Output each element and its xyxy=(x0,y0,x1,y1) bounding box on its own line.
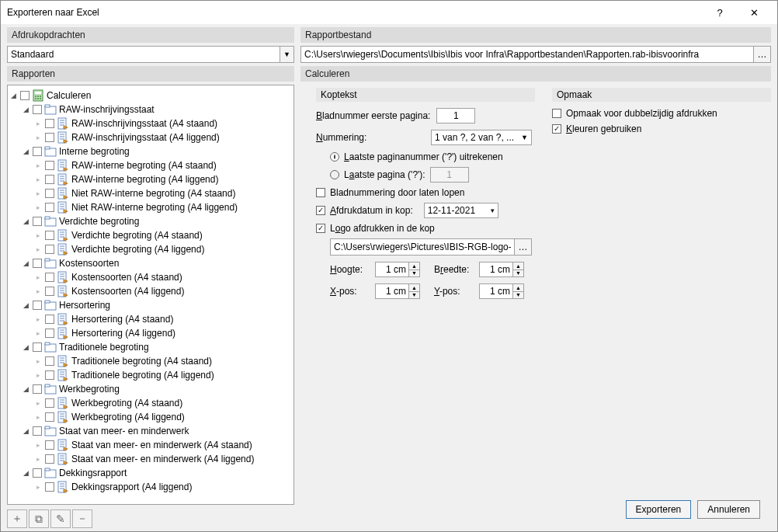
tree-leaf-icon[interactable]: ▸ xyxy=(34,455,43,464)
breedte-spinner[interactable]: ▲▼ xyxy=(479,262,524,277)
tree-item-label[interactable]: Hersortering (A4 liggend) xyxy=(71,328,175,339)
tree-item-label[interactable]: Niet RAW-interne begroting (A4 staand) xyxy=(71,188,235,199)
tree-leaf-icon[interactable]: ▸ xyxy=(34,162,43,170)
remove-button[interactable]: － xyxy=(72,509,92,528)
tree-leaf-icon[interactable]: ▸ xyxy=(34,483,43,492)
tree-item-label[interactable]: RAW-inschrijvingsstaat (A4 staand) xyxy=(71,118,217,129)
tree-checkbox[interactable] xyxy=(33,259,42,268)
tree-checkbox[interactable] xyxy=(45,133,54,142)
tree-checkbox[interactable] xyxy=(33,147,42,156)
tree-item-label[interactable]: RAW-inschrijvingsstaat (A4 liggend) xyxy=(71,132,220,143)
cb-doorlopen[interactable] xyxy=(316,188,325,197)
tree-group-label[interactable]: Verdichte begroting xyxy=(59,216,139,227)
tree-checkbox[interactable] xyxy=(45,231,54,240)
tree-twist-icon[interactable]: ◢ xyxy=(22,469,30,478)
tree-leaf-icon[interactable]: ▸ xyxy=(34,134,43,142)
tree-checkbox[interactable] xyxy=(33,217,42,226)
tree-checkbox[interactable] xyxy=(45,370,54,380)
tree-checkbox[interactable] xyxy=(33,301,42,310)
afdrukopdracht-dropdown-icon[interactable]: ▼ xyxy=(280,46,294,63)
tree-checkbox[interactable] xyxy=(45,440,54,450)
bladnummer-input[interactable] xyxy=(436,108,475,123)
tree-checkbox[interactable] xyxy=(45,175,54,184)
tree-item-label[interactable]: Verdichte begroting (A4 liggend) xyxy=(71,244,204,255)
xpos-spinner[interactable]: ▲▼ xyxy=(375,283,420,299)
tree-checkbox[interactable] xyxy=(33,105,42,114)
tree-item-label[interactable]: RAW-interne begroting (A4 staand) xyxy=(71,160,217,171)
tree-checkbox[interactable] xyxy=(33,384,42,394)
tree-checkbox[interactable] xyxy=(20,91,30,100)
tree-checkbox[interactable] xyxy=(45,189,54,198)
tree-leaf-icon[interactable]: ▸ xyxy=(34,273,43,282)
tree-twist-icon[interactable]: ◢ xyxy=(22,106,30,114)
tree-leaf-icon[interactable]: ▸ xyxy=(34,329,43,338)
tree-leaf-icon[interactable]: ▸ xyxy=(34,190,43,198)
tree-checkbox[interactable] xyxy=(45,398,54,408)
afdrukdatum-picker[interactable]: 12-11-2021▾ xyxy=(424,203,498,218)
copy-button[interactable]: ⧉ xyxy=(29,509,49,528)
tree-checkbox[interactable] xyxy=(33,426,42,436)
tree-item-label[interactable]: Kostensoorten (A4 liggend) xyxy=(71,286,184,297)
tree-checkbox[interactable] xyxy=(33,342,42,352)
tree-twist-icon[interactable]: ◢ xyxy=(22,343,30,352)
tree-group-label[interactable]: Werkbegroting xyxy=(59,384,120,395)
tree-item-label[interactable]: Traditionele begroting (A4 staand) xyxy=(71,356,212,367)
tree-leaf-icon[interactable]: ▸ xyxy=(34,413,43,422)
tree-twist-icon[interactable]: ◢ xyxy=(22,148,30,156)
tree-item-label[interactable]: Werkbegroting (A4 staand) xyxy=(71,398,182,409)
radio-calc-last[interactable] xyxy=(330,152,339,162)
tree-leaf-icon[interactable]: ▸ xyxy=(34,245,43,254)
tree-checkbox[interactable] xyxy=(45,161,54,170)
cb-kleuren[interactable] xyxy=(552,124,561,134)
rapportbestand-path[interactable] xyxy=(300,46,754,63)
tree-group-label[interactable]: Dekkingsrapport xyxy=(59,468,127,478)
tree-group-label[interactable]: Kostensoorten xyxy=(59,258,119,269)
tree-checkbox[interactable] xyxy=(45,412,54,422)
export-button[interactable]: Exporteren xyxy=(626,500,692,519)
nummering-select[interactable]: 1 van ?, 2 van ?, ...▼ xyxy=(431,130,532,145)
tree-leaf-icon[interactable]: ▸ xyxy=(34,371,43,380)
tree-leaf-icon[interactable]: ▸ xyxy=(34,176,43,184)
afdrukopdracht-select[interactable] xyxy=(7,46,280,63)
tree-twist-icon[interactable]: ◢ xyxy=(22,427,30,436)
tree-checkbox[interactable] xyxy=(45,287,54,296)
close-button[interactable]: ✕ xyxy=(737,1,771,24)
tree-group-label[interactable]: RAW-inschrijvingsstaat xyxy=(59,104,155,115)
tree-checkbox[interactable] xyxy=(45,119,54,128)
tree-twist-icon[interactable]: ◢ xyxy=(22,301,30,310)
cb-logo[interactable] xyxy=(316,224,325,233)
tree-leaf-icon[interactable]: ▸ xyxy=(34,315,43,324)
cb-afdrukdatum[interactable] xyxy=(316,206,325,215)
cancel-button[interactable]: Annuleren xyxy=(697,500,760,519)
tree-item-label[interactable]: Niet RAW-interne begroting (A4 liggend) xyxy=(71,202,238,213)
tree-leaf-icon[interactable]: ▸ xyxy=(34,203,43,212)
tree-checkbox[interactable] xyxy=(45,245,54,254)
tree-checkbox[interactable] xyxy=(45,203,54,212)
cb-dubbelzijdig[interactable] xyxy=(552,109,561,118)
tree-group-label[interactable]: Hersortering xyxy=(59,300,110,311)
tree-group-label[interactable]: Staat van meer- en minderwerk xyxy=(59,426,189,436)
tree-twist-icon[interactable]: ◢ xyxy=(22,259,30,268)
radio-fixed-last[interactable] xyxy=(330,170,339,179)
tree-item-label[interactable]: Dekkingsrapport (A4 liggend) xyxy=(71,482,192,492)
tree-checkbox[interactable] xyxy=(33,468,42,478)
tree-item-label[interactable]: RAW-interne begroting (A4 liggend) xyxy=(71,174,218,185)
tree-item-label[interactable]: Staat van meer- en minderwerk (A4 staand… xyxy=(71,440,252,450)
tree-item-label[interactable]: Verdichte begroting (A4 staand) xyxy=(71,230,203,241)
tree-item-label[interactable]: Hersortering (A4 staand) xyxy=(71,314,173,325)
tree-leaf-icon[interactable]: ▸ xyxy=(34,357,43,366)
tree-checkbox[interactable] xyxy=(45,482,54,492)
tree-item-label[interactable]: Staat van meer- en minderwerk (A4 liggen… xyxy=(71,454,254,464)
tree-checkbox[interactable] xyxy=(45,315,54,324)
hoogte-spinner[interactable]: ▲▼ xyxy=(375,262,420,277)
tree-leaf-icon[interactable]: ▸ xyxy=(34,120,43,128)
tree-leaf-icon[interactable]: ▸ xyxy=(34,231,43,240)
tree-checkbox[interactable] xyxy=(45,356,54,366)
add-button[interactable]: ＋ xyxy=(7,509,27,528)
tree-checkbox[interactable] xyxy=(45,273,54,282)
tree-item-label[interactable]: Traditionele begroting (A4 liggend) xyxy=(71,370,214,381)
tree-twist-icon[interactable]: ◢ xyxy=(9,92,18,100)
tree-item-label[interactable]: Kostensoorten (A4 staand) xyxy=(71,272,182,283)
browse-rapportbestand-button[interactable]: … xyxy=(754,46,771,63)
ypos-spinner[interactable]: ▲▼ xyxy=(479,283,524,299)
